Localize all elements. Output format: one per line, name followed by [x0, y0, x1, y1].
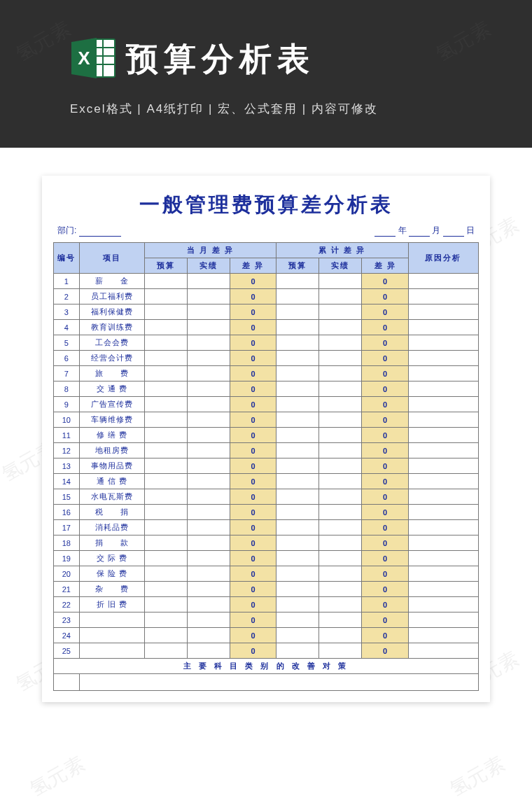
cell-t-diff: 0: [362, 643, 408, 659]
cell-t-budget: [276, 551, 319, 566]
cell-m-actual: [187, 597, 230, 612]
cell-m-budget: [144, 458, 187, 474]
cell-item: 通 信 费: [79, 474, 144, 489]
cell-m-diff: 0: [230, 304, 276, 320]
cell-m-actual: [187, 612, 230, 628]
day-blank: [443, 228, 464, 237]
cell-m-actual: [187, 489, 230, 505]
table-row: 10车辆维修费00: [54, 412, 479, 428]
cell-m-actual: [187, 443, 230, 458]
cell-item: 交 际 费: [79, 551, 144, 566]
cell-m-diff: 0: [230, 428, 276, 443]
cell-t-budget: [276, 643, 319, 659]
cell-id: 7: [54, 366, 80, 382]
table-row: 11修 缮 费00: [54, 428, 479, 443]
cell-t-diff: 0: [362, 428, 408, 443]
th-t-diff: 差 异: [362, 258, 408, 274]
cell-id: 12: [54, 443, 80, 458]
cell-m-actual: [187, 536, 230, 551]
table-row: 20保 险 费00: [54, 566, 479, 582]
cell-item: 税 捐: [79, 505, 144, 520]
table-row: 2员工福利费00: [54, 289, 479, 304]
cell-id: 19: [54, 551, 80, 566]
table-row: 18捐 款00: [54, 536, 479, 551]
table-row: 14通 信 费00: [54, 474, 479, 489]
cell-id: 4: [54, 320, 80, 335]
cell-m-actual: [187, 289, 230, 304]
cell-id: 9: [54, 397, 80, 412]
cell-id: 18: [54, 536, 80, 551]
cell-reason: [408, 597, 478, 612]
cell-t-actual: [319, 597, 362, 612]
cell-item: [79, 612, 144, 628]
table-row: 3福利保健费00: [54, 304, 479, 320]
cell-t-budget: [276, 597, 319, 612]
cell-item: 事物用品费: [79, 458, 144, 474]
cell-id: 10: [54, 412, 80, 428]
cell-m-budget: [144, 597, 187, 612]
cell-t-diff: 0: [362, 289, 408, 304]
table-row: 15水电瓦斯费00: [54, 489, 479, 505]
cell-item: 广告宣传费: [79, 397, 144, 412]
cell-t-diff: 0: [362, 505, 408, 520]
footer-blank: [54, 674, 80, 691]
document-paper: 一般管理费预算差分析表 部门: 年 月 日 编号 项目 当 月 差 异: [42, 176, 490, 702]
cell-t-diff: 0: [362, 443, 408, 458]
cell-m-diff: 0: [230, 412, 276, 428]
cell-t-actual: [319, 582, 362, 597]
cell-item: 水电瓦斯费: [79, 489, 144, 505]
cell-m-actual: [187, 566, 230, 582]
th-month: 当 月 差 异: [144, 243, 276, 258]
cell-m-diff: 0: [230, 397, 276, 412]
cell-t-budget: [276, 505, 319, 520]
cell-m-diff: 0: [230, 582, 276, 597]
cell-item: 员工福利费: [79, 289, 144, 304]
cell-t-budget: [276, 274, 319, 289]
cell-m-actual: [187, 335, 230, 351]
cell-t-diff: 0: [362, 320, 408, 335]
cell-m-diff: 0: [230, 382, 276, 397]
cell-id: 13: [54, 458, 80, 474]
cell-id: 2: [54, 289, 80, 304]
cell-item: 车辆维修费: [79, 412, 144, 428]
cell-item: 修 缮 费: [79, 428, 144, 443]
svg-text:X: X: [78, 48, 90, 69]
cell-t-actual: [319, 366, 362, 382]
cell-item: [79, 643, 144, 659]
cell-t-actual: [319, 351, 362, 366]
cell-m-diff: 0: [230, 320, 276, 335]
cell-t-budget: [276, 443, 319, 458]
cell-reason: [408, 520, 478, 536]
cell-m-actual: [187, 428, 230, 443]
meta-row: 部门: 年 月 日: [53, 220, 479, 242]
th-id: 编号: [54, 243, 80, 274]
cell-id: 16: [54, 505, 80, 520]
th-m-budget: 预算: [144, 258, 187, 274]
cell-reason: [408, 643, 478, 659]
budget-table: 编号 项目 当 月 差 异 累 计 差 异 原因分析 预算 实绩 差 异 预算 …: [53, 242, 479, 691]
table-row: 2300: [54, 612, 479, 628]
cell-m-actual: [187, 304, 230, 320]
paper-title: 一般管理费预算差分析表: [53, 191, 479, 219]
cell-t-budget: [276, 566, 319, 582]
cell-reason: [408, 443, 478, 458]
cell-t-actual: [319, 628, 362, 643]
cell-m-budget: [144, 443, 187, 458]
cell-m-diff: 0: [230, 643, 276, 659]
cell-t-diff: 0: [362, 566, 408, 582]
cell-id: 3: [54, 304, 80, 320]
cell-reason: [408, 628, 478, 643]
cell-m-actual: [187, 351, 230, 366]
cell-t-budget: [276, 520, 319, 536]
cell-item: 教育训练费: [79, 320, 144, 335]
table-row: 2500: [54, 643, 479, 659]
cell-t-actual: [319, 274, 362, 289]
th-t-actual: 实绩: [319, 258, 362, 274]
cell-t-budget: [276, 351, 319, 366]
meta-date: 年 月 日: [374, 225, 475, 237]
banner: X 预算分析表 Excel格式 | A4纸打印 | 宏、公式套用 | 内容可修改: [0, 0, 532, 148]
cell-t-diff: 0: [362, 628, 408, 643]
table-row: 21杂 费00: [54, 582, 479, 597]
cell-m-budget: [144, 289, 187, 304]
cell-t-diff: 0: [362, 412, 408, 428]
